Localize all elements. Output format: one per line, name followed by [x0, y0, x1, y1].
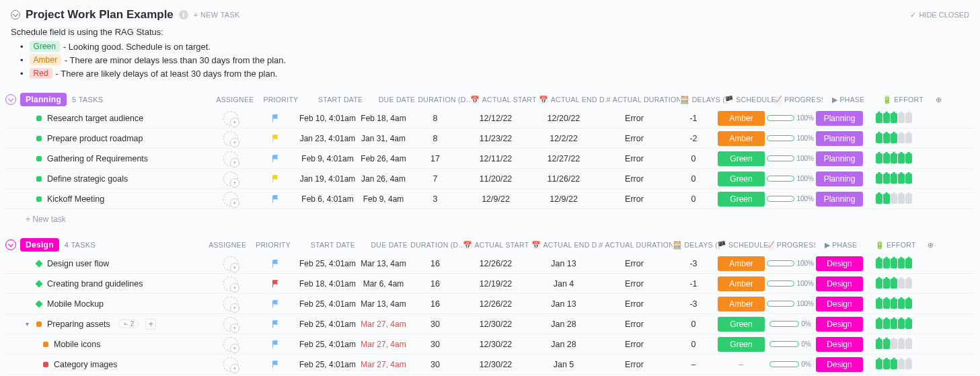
- due-date[interactable]: Mar 6, 4am: [358, 279, 409, 289]
- schedule-pill[interactable]: Green: [718, 317, 765, 332]
- phase-pill[interactable]: Planning: [816, 131, 863, 146]
- assignee-cell[interactable]: [207, 151, 254, 166]
- col-assignee[interactable]: ASSIGNEE: [209, 241, 256, 249]
- task-name[interactable]: Kickoff Meeting: [47, 194, 104, 204]
- due-date[interactable]: Feb 9, 4am: [358, 194, 409, 204]
- assignee-avatar-icon[interactable]: [223, 317, 238, 332]
- group-toggle-icon[interactable]: [5, 239, 16, 250]
- actual-start[interactable]: 12/26/22: [461, 259, 530, 268]
- col-schedule[interactable]: 🏴SCHEDULE: [717, 241, 768, 250]
- assignee-cell[interactable]: [207, 276, 254, 291]
- actual-start[interactable]: 12/9/22: [461, 194, 530, 204]
- task-row[interactable]: Category images Feb 25, 4:01am Mar 27, 4…: [5, 354, 975, 375]
- start-date[interactable]: Feb 25, 4:01am: [297, 340, 358, 349]
- schedule-pill[interactable]: Amber: [718, 276, 765, 291]
- col-due[interactable]: DUE DATE: [359, 241, 410, 249]
- assignee-avatar-icon[interactable]: [223, 172, 238, 186]
- add-column-button[interactable]: ⊕: [924, 241, 938, 250]
- actual-end[interactable]: Jan 13: [530, 299, 597, 309]
- priority-cell[interactable]: [254, 279, 297, 289]
- new-task-button[interactable]: + NEW TASK: [194, 11, 240, 19]
- actual-start[interactable]: 12/12/22: [461, 114, 530, 123]
- group-name[interactable]: Planning: [20, 93, 67, 106]
- new-task-row[interactable]: + New task: [5, 209, 975, 227]
- start-date[interactable]: Feb 10, 4:01am: [297, 114, 358, 123]
- priority-cell[interactable]: [254, 319, 297, 329]
- priority-cell[interactable]: [254, 114, 297, 123]
- due-date[interactable]: Jan 31, 4am: [358, 134, 409, 143]
- assignee-cell[interactable]: [207, 192, 254, 206]
- assignee-cell[interactable]: [207, 131, 254, 146]
- due-date[interactable]: Mar 27, 4am: [358, 340, 409, 349]
- actual-end[interactable]: 12/9/22: [530, 194, 597, 204]
- actual-end[interactable]: Jan 13: [530, 259, 597, 268]
- actual-start[interactable]: 12/26/22: [461, 299, 530, 309]
- task-name[interactable]: Gathering of Requirements: [47, 154, 148, 163]
- col-delays[interactable]: 🧮DELAYS (…: [680, 96, 724, 104]
- priority-cell[interactable]: [254, 174, 297, 184]
- actual-end[interactable]: 12/27/22: [530, 154, 597, 163]
- task-name[interactable]: Preparing assets: [47, 319, 110, 329]
- schedule-pill[interactable]: Amber: [718, 111, 765, 126]
- assignee-avatar-icon[interactable]: [223, 131, 238, 146]
- task-name[interactable]: Creating brand guidelines: [47, 279, 143, 289]
- task-name[interactable]: Category images: [54, 360, 118, 369]
- progress-cell[interactable]: 100%: [767, 280, 814, 287]
- actual-start[interactable]: 12/30/22: [461, 360, 530, 369]
- actual-end[interactable]: Jan 28: [530, 340, 597, 349]
- phase-pill[interactable]: Design: [816, 276, 863, 291]
- progress-cell[interactable]: 100%: [767, 155, 814, 162]
- task-name[interactable]: Define strategic goals: [47, 174, 128, 184]
- start-date[interactable]: Jan 19, 4:01am: [297, 174, 358, 184]
- effort-cell[interactable]: [865, 194, 923, 204]
- effort-cell[interactable]: [865, 359, 923, 369]
- col-due[interactable]: DUE DATE: [367, 96, 418, 104]
- col-duration[interactable]: DURATION (D…: [410, 241, 463, 249]
- add-column-button[interactable]: ⊕: [932, 96, 945, 104]
- assignee-cell[interactable]: [207, 111, 254, 126]
- start-date[interactable]: Feb 6, 4:01am: [297, 194, 358, 204]
- task-row[interactable]: Mobile Mockup Feb 25, 4:01am Mar 13, 4am…: [5, 294, 975, 314]
- priority-cell[interactable]: [254, 299, 297, 309]
- phase-pill[interactable]: Design: [816, 357, 863, 372]
- collapse-icon[interactable]: [11, 10, 20, 20]
- assignee-avatar-icon[interactable]: [223, 297, 238, 311]
- phase-pill[interactable]: Design: [816, 297, 863, 311]
- due-date[interactable]: Mar 13, 4am: [358, 259, 409, 268]
- assignee-cell[interactable]: [207, 297, 254, 311]
- actual-start[interactable]: 11/20/22: [461, 174, 530, 184]
- col-start[interactable]: START DATE: [306, 96, 367, 104]
- task-name[interactable]: Design user flow: [47, 259, 109, 268]
- phase-pill[interactable]: Design: [816, 337, 863, 352]
- phase-pill[interactable]: Planning: [816, 172, 863, 186]
- task-name[interactable]: Research target audience: [47, 114, 143, 123]
- col-effort[interactable]: 🔋EFFORT: [866, 241, 924, 250]
- col-priority[interactable]: PRIORITY: [256, 241, 299, 249]
- col-actual-end[interactable]: 📅ACTUAL END D…: [531, 241, 599, 250]
- effort-cell[interactable]: [865, 133, 923, 143]
- col-duration[interactable]: DURATION (D…: [418, 96, 470, 104]
- phase-pill[interactable]: Planning: [816, 192, 863, 206]
- effort-cell[interactable]: [865, 258, 923, 268]
- task-row[interactable]: Prepare product roadmap Jan 23, 4:01am J…: [5, 128, 975, 149]
- priority-cell[interactable]: [254, 360, 297, 369]
- schedule-pill[interactable]: Amber: [718, 256, 765, 271]
- effort-cell[interactable]: [865, 174, 923, 184]
- assignee-avatar-icon[interactable]: [223, 357, 238, 372]
- start-date[interactable]: Jan 23, 4:01am: [297, 134, 358, 143]
- effort-cell[interactable]: [865, 113, 923, 123]
- effort-cell[interactable]: [865, 299, 923, 309]
- expand-caret-icon[interactable]: ▾: [26, 320, 32, 328]
- due-date[interactable]: Feb 18, 4am: [358, 114, 409, 123]
- effort-cell[interactable]: [865, 319, 923, 329]
- priority-cell[interactable]: [254, 154, 297, 163]
- task-row[interactable]: Creating brand guidelines Feb 18, 4:01am…: [5, 274, 975, 294]
- start-date[interactable]: Feb 25, 4:01am: [297, 360, 358, 369]
- schedule-pill[interactable]: Green: [718, 172, 765, 186]
- schedule-pill[interactable]: Green: [718, 151, 765, 166]
- task-row[interactable]: ▾Preparing assets2+ Feb 25, 4:01am Mar 2…: [5, 314, 975, 334]
- effort-cell[interactable]: [865, 278, 923, 289]
- actual-end[interactable]: Jan 5: [530, 360, 597, 369]
- col-phase[interactable]: ▶PHASE: [815, 241, 866, 250]
- priority-cell[interactable]: [254, 259, 297, 268]
